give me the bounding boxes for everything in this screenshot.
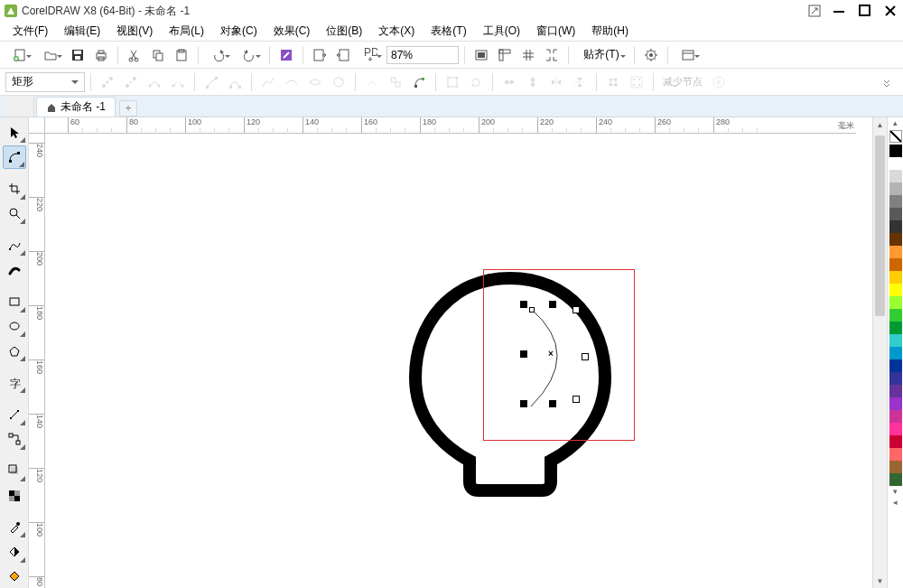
color-swatch[interactable]	[889, 170, 902, 182]
handle-tr[interactable]	[573, 306, 580, 313]
scroll-up-arrow[interactable]: ▲	[873, 117, 887, 132]
new-tab-button[interactable]: +	[119, 100, 137, 117]
undo-button[interactable]	[204, 44, 233, 66]
show-guides-button[interactable]	[541, 44, 563, 66]
overflow-button[interactable]	[876, 71, 898, 93]
no-color-swatch[interactable]	[889, 130, 902, 143]
palette-up-arrow[interactable]: ▴	[889, 117, 902, 128]
menu-text[interactable]: 文本(X)	[371, 22, 422, 41]
polygon-tool[interactable]	[3, 340, 26, 362]
color-swatch[interactable]	[889, 385, 902, 397]
interactive-fill-tool[interactable]	[3, 540, 26, 563]
app-launcher-button[interactable]	[674, 44, 703, 66]
drawing-canvas[interactable]: ×	[45, 134, 856, 588]
vertical-scrollbar[interactable]: ▲ ▼	[872, 117, 887, 588]
edit-mode-dropdown[interactable]: 矩形	[5, 72, 85, 92]
print-button[interactable]	[90, 44, 112, 66]
color-swatch[interactable]	[889, 334, 902, 347]
redo-button[interactable]	[235, 44, 264, 66]
color-swatch[interactable]	[889, 322, 902, 334]
curve-node[interactable]	[529, 307, 535, 313]
artistic-media-tool[interactable]	[3, 258, 26, 281]
color-swatch[interactable]	[889, 271, 902, 284]
handle-br[interactable]	[573, 396, 580, 403]
color-swatch[interactable]	[889, 258, 902, 271]
handle-mr[interactable]	[582, 353, 589, 360]
handle-ml[interactable]	[520, 350, 527, 358]
show-rulers-button[interactable]	[494, 44, 516, 66]
rectangle-tool[interactable]	[3, 290, 26, 313]
open-button[interactable]	[36, 44, 65, 66]
zoom-level-input[interactable]	[386, 46, 459, 64]
palette-flyout-arrow[interactable]: ◂	[889, 497, 902, 508]
fullscreen-preview-button[interactable]	[470, 44, 492, 66]
auto-close-button[interactable]	[408, 71, 430, 93]
document-tab[interactable]: 未命名 -1	[36, 97, 116, 117]
color-swatch[interactable]	[889, 448, 902, 461]
close-button[interactable]	[881, 2, 899, 20]
new-button[interactable]	[5, 44, 34, 66]
color-swatch[interactable]	[889, 410, 902, 423]
menu-view[interactable]: 视图(V)	[109, 22, 160, 41]
color-swatch[interactable]	[889, 145, 902, 157]
parallel-dimension-tool[interactable]	[3, 403, 26, 425]
handle-bl[interactable]	[520, 400, 527, 407]
horizontal-ruler[interactable]: 毫米 6080100120140160180200220240260280	[45, 117, 856, 134]
menu-tools[interactable]: 工具(O)	[476, 22, 527, 41]
text-tool[interactable]: 字	[3, 371, 26, 394]
crop-tool[interactable]	[3, 178, 26, 201]
color-swatch[interactable]	[889, 195, 902, 208]
copy-button[interactable]	[147, 44, 169, 66]
handle-tl[interactable]	[520, 301, 527, 308]
show-grid-button[interactable]	[517, 44, 539, 66]
cut-button[interactable]	[124, 44, 145, 66]
maximize-button[interactable]	[856, 2, 874, 20]
color-swatch[interactable]	[889, 220, 902, 233]
color-swatch[interactable]	[889, 473, 902, 486]
paste-button[interactable]	[171, 44, 192, 66]
transparency-tool[interactable]	[3, 484, 26, 507]
minimize-button[interactable]	[831, 2, 849, 20]
vertical-ruler[interactable]: 24022020018016014012010080	[29, 134, 45, 588]
selection-center[interactable]: ×	[548, 349, 554, 359]
color-swatch[interactable]	[889, 157, 902, 170]
scroll-down-arrow[interactable]: ▼	[873, 574, 887, 588]
pick-tool[interactable]	[3, 121, 26, 144]
color-swatch[interactable]	[889, 359, 902, 372]
color-swatch[interactable]	[889, 461, 902, 473]
menu-object[interactable]: 对象(C)	[213, 22, 265, 41]
color-swatch[interactable]	[889, 372, 902, 385]
color-swatch[interactable]	[889, 208, 902, 220]
handle-bc[interactable]	[549, 400, 556, 407]
smart-fill-tool[interactable]	[3, 565, 26, 588]
menu-file[interactable]: 文件(F)	[5, 22, 55, 41]
menu-bitmap[interactable]: 位图(B)	[319, 22, 369, 41]
color-swatch[interactable]	[889, 423, 902, 435]
color-swatch[interactable]	[889, 246, 902, 258]
save-button[interactable]	[67, 44, 88, 66]
launch-icon[interactable]	[805, 2, 824, 20]
search-content-button[interactable]	[275, 44, 297, 66]
palette-down-arrow[interactable]: ▾	[889, 486, 902, 497]
color-swatch[interactable]	[889, 435, 902, 448]
import-button[interactable]	[309, 44, 330, 66]
menu-help[interactable]: 帮助(H)	[584, 22, 636, 41]
zoom-tool[interactable]	[3, 202, 26, 225]
color-swatch[interactable]	[889, 347, 902, 359]
color-swatch[interactable]	[889, 182, 902, 195]
eyedropper-tool[interactable]	[3, 516, 26, 538]
scroll-thumb[interactable]	[875, 135, 885, 316]
color-swatch[interactable]	[889, 296, 902, 309]
menu-effect[interactable]: 效果(C)	[266, 22, 318, 41]
ruler-origin[interactable]	[29, 117, 45, 134]
shape-tool[interactable]	[3, 145, 26, 168]
menu-layout[interactable]: 布局(L)	[162, 22, 211, 41]
color-swatch[interactable]	[889, 284, 902, 296]
color-swatch[interactable]	[889, 397, 902, 410]
freehand-tool[interactable]	[3, 234, 26, 257]
handle-tc[interactable]	[549, 301, 556, 308]
snap-dropdown[interactable]: 贴齐(T)	[574, 44, 628, 66]
menu-table[interactable]: 表格(T)	[424, 22, 473, 41]
connector-tool[interactable]	[3, 428, 26, 451]
export-button[interactable]	[332, 44, 354, 66]
